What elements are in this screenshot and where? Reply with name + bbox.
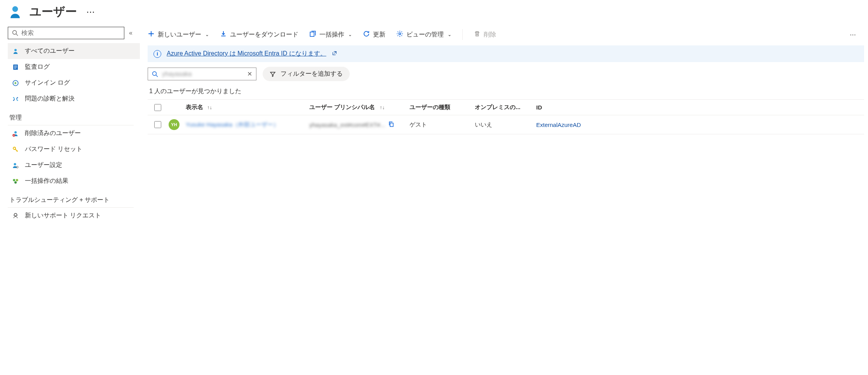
- svg-point-3: [14, 49, 17, 51]
- col-id[interactable]: ID: [536, 104, 862, 111]
- svg-point-18: [14, 213, 17, 216]
- search-row: yhayasaka ✕ フィルターを追加する: [148, 67, 864, 81]
- user-search-value: yhayasaka: [162, 71, 243, 78]
- cell-id[interactable]: ExternalAzureAD: [536, 122, 862, 128]
- sidebar-item-label: 問題の診断と解決: [25, 95, 75, 103]
- sidebar-section-manage: 管理: [8, 107, 140, 125]
- sidebar-item-password-reset[interactable]: パスワード リセット: [8, 141, 140, 157]
- support-icon: [12, 212, 19, 220]
- bulk-icon: [309, 30, 316, 39]
- signin-icon: [12, 79, 19, 87]
- table-row[interactable]: YH Yusuke Hayasaka（外部ユーザー） yhayasaka_ext…: [148, 115, 864, 134]
- avatar: YH: [169, 119, 183, 130]
- toolbar-label: 新しいユーザー: [158, 31, 201, 39]
- sidebar-item-bulk-results[interactable]: 一括操作の結果: [8, 173, 140, 189]
- toolbar-label: 更新: [373, 31, 385, 39]
- external-link-icon[interactable]: [332, 50, 337, 57]
- sidebar-item-signin-logs[interactable]: サインイン ログ: [8, 75, 140, 91]
- avatar-initials: YH: [169, 119, 180, 130]
- svg-rect-23: [390, 123, 393, 127]
- sidebar-item-label: 監査ログ: [25, 63, 50, 71]
- col-upn[interactable]: ユーザー プリンシパル名 ↑↓: [309, 104, 406, 111]
- col-onprem[interactable]: オンプレミスの...: [475, 104, 533, 111]
- sidebar-item-deleted-users[interactable]: 削除済みのユーザー: [8, 125, 140, 141]
- sidebar-item-label: パスワード リセット: [25, 145, 82, 153]
- collapse-sidebar-icon[interactable]: «: [127, 28, 134, 38]
- svg-point-20: [399, 33, 401, 35]
- sidebar-item-label: すべてのユーザー: [25, 47, 75, 55]
- cell-upn: yhayasaka_ext#com#EXT#...: [309, 121, 406, 128]
- gear-icon: [396, 30, 403, 39]
- col-user-type[interactable]: ユーザーの種類: [410, 104, 472, 111]
- sidebar-item-label: ユーザー設定: [25, 161, 62, 169]
- toolbar-label: 一括操作: [319, 31, 344, 39]
- select-all-checkbox[interactable]: [150, 104, 166, 111]
- toolbar-manage-view[interactable]: ビューの管理 ⌄: [396, 30, 451, 39]
- filter-label: フィルターを追加する: [281, 70, 343, 78]
- user-search[interactable]: yhayasaka ✕: [148, 68, 256, 80]
- toolbar-label: ビューの管理: [406, 31, 444, 39]
- more-icon[interactable]: ⋯: [84, 7, 95, 17]
- clear-search-icon[interactable]: ✕: [247, 70, 252, 78]
- sidebar-search[interactable]: [8, 27, 124, 39]
- download-icon: [220, 30, 227, 39]
- sort-icon: ↑↓: [378, 104, 385, 110]
- sidebar-item-all-users[interactable]: すべてのユーザー: [8, 43, 140, 59]
- cell-user-type: ゲスト: [410, 121, 472, 128]
- svg-point-16: [16, 179, 18, 181]
- toolbar-label: 削除: [484, 31, 496, 39]
- sort-icon: ↑↓: [206, 104, 212, 110]
- row-checkbox[interactable]: [150, 121, 166, 128]
- svg-point-21: [153, 71, 157, 75]
- table-header-row: 表示名 ↑↓ ユーザー プリンシパル名 ↑↓ ユーザーの種類 オンプレミスの..…: [148, 100, 864, 115]
- svg-rect-6: [14, 67, 17, 67]
- cell-display-name[interactable]: Yusuke Hayasaka（外部ユーザー）: [186, 121, 306, 128]
- refresh-icon: [363, 30, 370, 39]
- toolbar-delete: 削除: [474, 30, 496, 39]
- svg-point-0: [12, 6, 18, 12]
- search-icon: [152, 71, 158, 77]
- bulk-results-icon: [12, 177, 19, 185]
- sidebar-item-diagnose[interactable]: 問題の診断と解決: [8, 91, 140, 107]
- user-icon: [8, 5, 23, 19]
- sidebar-item-label: 新しいサポート リクエスト: [25, 212, 101, 220]
- sidebar-search-input[interactable]: [21, 30, 120, 36]
- svg-line-2: [16, 34, 18, 36]
- col-display-name[interactable]: 表示名 ↑↓: [186, 104, 306, 111]
- toolbar-overflow-icon[interactable]: ⋯: [850, 31, 864, 38]
- sidebar-item-new-support-request[interactable]: 新しいサポート リクエスト: [8, 208, 140, 224]
- toolbar-separator: [462, 29, 463, 40]
- toolbar-refresh[interactable]: 更新: [363, 30, 385, 39]
- info-banner: i Azure Active Directory は Microsoft Ent…: [148, 45, 864, 62]
- svg-point-1: [13, 31, 17, 35]
- svg-point-9: [14, 131, 17, 134]
- filter-icon: [270, 71, 276, 77]
- sidebar-item-audit-logs[interactable]: 監査ログ: [8, 59, 140, 75]
- sidebar-item-label: 一括操作の結果: [25, 177, 68, 185]
- users-icon: [12, 47, 19, 55]
- user-settings-icon: [12, 161, 19, 169]
- toolbar-download-users[interactable]: ユーザーをダウンロード: [220, 30, 298, 39]
- chevron-down-icon: ⌄: [204, 32, 209, 37]
- add-filter-button[interactable]: フィルターを追加する: [263, 67, 350, 81]
- svg-rect-11: [13, 135, 15, 135]
- banner-link[interactable]: Azure Active Directory は Microsoft Entra…: [167, 50, 326, 58]
- svg-rect-7: [14, 68, 16, 68]
- sidebar-item-label: サインイン ログ: [25, 79, 70, 87]
- sidebar: « すべてのユーザー 監査ログ サインイン ログ: [0, 27, 140, 224]
- trash-icon: [474, 30, 481, 39]
- toolbar-bulk[interactable]: 一括操作 ⌄: [309, 30, 352, 39]
- sidebar-item-label: 削除済みのユーザー: [25, 129, 81, 137]
- result-count: 1 人のユーザーが見つかりました: [148, 86, 864, 99]
- svg-point-17: [14, 181, 17, 184]
- cell-onprem: いいえ: [475, 121, 533, 128]
- key-icon: [12, 146, 19, 153]
- svg-line-22: [156, 75, 158, 77]
- info-icon: i: [153, 50, 161, 58]
- toolbar-new-user[interactable]: 新しいユーザー ⌄: [148, 30, 209, 39]
- sidebar-item-user-settings[interactable]: ユーザー設定: [8, 157, 140, 173]
- svg-point-12: [13, 147, 16, 149]
- svg-rect-19: [310, 32, 314, 36]
- chevron-down-icon: ⌄: [447, 32, 451, 37]
- copy-icon[interactable]: [388, 121, 394, 128]
